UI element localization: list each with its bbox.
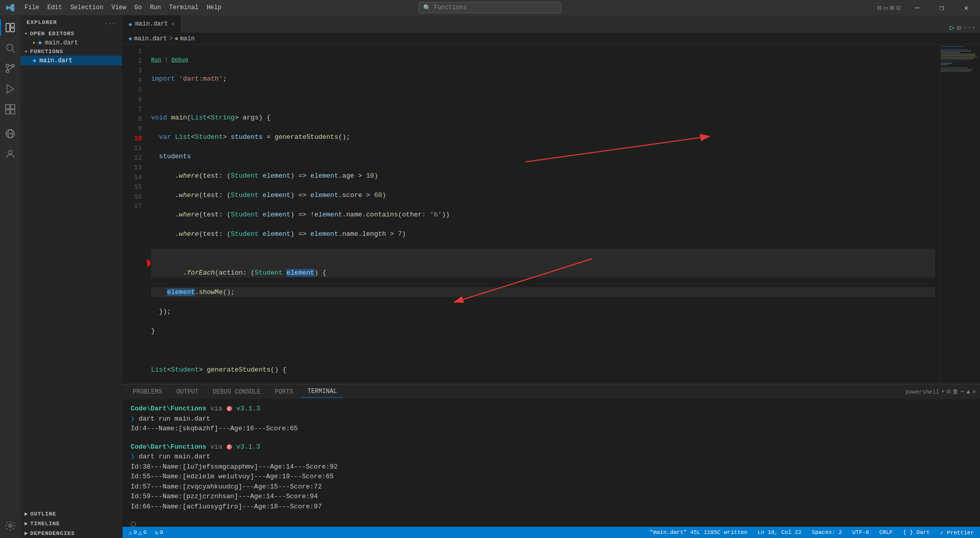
- encoding-text: UTF-8: [852, 529, 869, 535]
- menu-go[interactable]: Go: [130, 0, 145, 15]
- svg-rect-12: [11, 110, 15, 114]
- maximize-button[interactable]: ❐: [930, 0, 953, 15]
- menu-view[interactable]: View: [107, 0, 130, 15]
- search-icon: 🔍: [423, 4, 431, 12]
- split-terminal-icon[interactable]: ⊡: [947, 388, 950, 396]
- layout-icon[interactable]: ⊟: [877, 4, 881, 12]
- split-editor-icon[interactable]: ⊡: [957, 23, 961, 32]
- menu-run[interactable]: Run: [146, 0, 165, 15]
- dart-file-icon: ◆: [38, 39, 42, 46]
- more-terminal-icon[interactable]: ⋯: [961, 388, 964, 396]
- kill-terminal-icon[interactable]: 🗑: [952, 388, 959, 396]
- menu-edit[interactable]: Edit: [43, 0, 66, 15]
- status-eol[interactable]: CRLF: [877, 529, 895, 535]
- tab-main-dart[interactable]: ◆ main.dart ✕: [122, 15, 181, 33]
- menu-selection[interactable]: Selection: [66, 0, 108, 15]
- code-line-14: [151, 346, 935, 355]
- warning-count: 0: [143, 529, 147, 535]
- tab-problems[interactable]: PROBLEMS: [127, 386, 168, 398]
- run-icon[interactable]: ▷: [950, 22, 955, 33]
- menu-help[interactable]: Help: [203, 0, 226, 15]
- menu-file[interactable]: File: [20, 0, 43, 15]
- tab-bar: ◆ main.dart ✕ ▷ ⊡ ···: [122, 15, 980, 33]
- activity-source-control[interactable]: [0, 58, 20, 79]
- terminal-session-1: Code\Dart\Functions via 🎯 v3.1.3 ❯ dart …: [131, 404, 972, 434]
- title-bar: File Edit Selection View Go Run Terminal…: [0, 0, 980, 15]
- terminal-circle: [131, 522, 136, 527]
- editor-wrapper: 1 2 3 4 5 6 7 8 9 10 11 12 13 14: [122, 44, 980, 538]
- editor-actions: ▷ ⊡ ···: [950, 22, 980, 33]
- tab-output[interactable]: OUTPUT: [170, 386, 205, 398]
- activity-settings[interactable]: [0, 516, 20, 536]
- more-editor-icon[interactable]: ···: [963, 23, 976, 32]
- tab-close-icon[interactable]: ✕: [171, 21, 174, 27]
- layout-icon3[interactable]: ⊞: [890, 4, 894, 12]
- menu-terminal[interactable]: Terminal: [165, 0, 203, 15]
- svg-rect-10: [11, 105, 15, 109]
- tab-terminal[interactable]: TERMINAL: [301, 386, 343, 398]
- terminal-output-2-4: Id:59---Name:[pzzjcrznhsan]---Age:14---S…: [131, 492, 972, 502]
- functions-main-dart[interactable]: ◆ main.dart: [20, 56, 122, 65]
- status-language[interactable]: { } Dart: [901, 529, 932, 535]
- more-actions-icon[interactable]: ...: [105, 19, 116, 26]
- activity-bar: [0, 15, 20, 538]
- svg-rect-0: [6, 23, 10, 32]
- terminal-path-1: Code\Dart\Functions via 🎯 v3.1.3: [131, 404, 972, 414]
- status-encoding[interactable]: UTF-8: [850, 529, 871, 535]
- terminal-cmd-2: ❯ dart run main.dart: [131, 452, 972, 462]
- terminal-output-2-2: Id:55---Name:[edzlelm weiutvuy]---Age:19…: [131, 472, 972, 482]
- svg-line-4: [12, 50, 15, 53]
- status-spaces[interactable]: Spaces: 2: [810, 529, 844, 535]
- status-bar-left: ⚠ 0 △ 0 ↻ 0: [127, 529, 165, 536]
- terminal-content[interactable]: Code\Dart\Functions via 🎯 v3.1.3 ❯ dart …: [122, 400, 980, 527]
- open-editor-main-dart[interactable]: ● ◆ main.dart ✕: [20, 38, 122, 47]
- status-ln-col[interactable]: Ln 10, Col 22: [755, 529, 803, 535]
- status-prettier[interactable]: ✓ Prettier: [938, 529, 976, 536]
- outline-section[interactable]: ▶ OUTLINE: [20, 509, 122, 519]
- breadcrumb-file: main.dart: [134, 35, 167, 42]
- file-info-text: "main.dart" 45L 1195C written: [650, 529, 747, 535]
- activity-explorer[interactable]: [0, 17, 20, 38]
- layout-icon4[interactable]: ⊡: [896, 4, 900, 12]
- code-editor[interactable]: Run | Debug import 'dart:math'; void mai…: [147, 44, 939, 384]
- tab-debug-console[interactable]: DEBUG CONSOLE: [207, 386, 267, 398]
- activity-run-debug[interactable]: [0, 79, 20, 99]
- new-terminal-icon[interactable]: +: [941, 388, 945, 396]
- search-text: Functions: [434, 4, 467, 11]
- minimize-panel-icon[interactable]: ✕: [972, 388, 976, 396]
- activity-search[interactable]: [0, 38, 20, 58]
- open-editors-section[interactable]: ▾ OPEN EDITORS: [20, 30, 122, 38]
- timeline-section[interactable]: ▶ TIMELINE: [20, 519, 122, 528]
- file-modified-dot: ●: [33, 40, 35, 45]
- svg-rect-2: [11, 28, 14, 32]
- layout-icon2[interactable]: ▭: [884, 4, 888, 12]
- editor-area[interactable]: 1 2 3 4 5 6 7 8 9 10 11 12 13 14: [122, 44, 980, 384]
- status-sync[interactable]: ↻ 0: [153, 529, 165, 536]
- minimize-button[interactable]: —: [905, 0, 929, 15]
- terminal-output-2-1: Id:38---Name:[lu7jefssmgcapphmv]---Age:1…: [131, 462, 972, 472]
- maximize-panel-icon[interactable]: ▲: [967, 388, 970, 396]
- activity-extensions[interactable]: [0, 99, 20, 119]
- dependencies-arrow: ▶: [24, 530, 28, 536]
- dependencies-section[interactable]: ▶ DEPENDENCIES: [20, 528, 122, 538]
- svg-point-17: [9, 524, 12, 527]
- outline-arrow: ▶: [24, 510, 28, 517]
- functions-section[interactable]: ▾ FUNCTIONS: [20, 47, 122, 56]
- svg-point-3: [7, 44, 13, 51]
- activity-remote[interactable]: [0, 124, 20, 144]
- activity-accounts[interactable]: [0, 144, 20, 164]
- breadcrumb-dart-icon: ◆: [129, 35, 132, 42]
- timeline-label: TIMELINE: [30, 521, 60, 527]
- functions-filename: main.dart: [39, 57, 72, 64]
- timeline-arrow: ▶: [24, 520, 28, 527]
- svg-rect-1: [11, 23, 14, 27]
- run-debug-link[interactable]: Run | Debug: [151, 56, 935, 63]
- status-errors[interactable]: ⚠ 0 △ 0: [127, 529, 149, 536]
- open-editor-filename: main.dart: [45, 39, 78, 46]
- command-search[interactable]: 🔍 Functions: [419, 2, 561, 13]
- spaces-text: Spaces: 2: [812, 529, 842, 535]
- app-root: File Edit Selection View Go Run Terminal…: [0, 0, 980, 538]
- line-numbers: 1 2 3 4 5 6 7 8 9 10 11 12 13 14: [122, 44, 147, 384]
- tab-ports[interactable]: PORTS: [268, 386, 299, 398]
- close-button[interactable]: ✕: [954, 0, 978, 15]
